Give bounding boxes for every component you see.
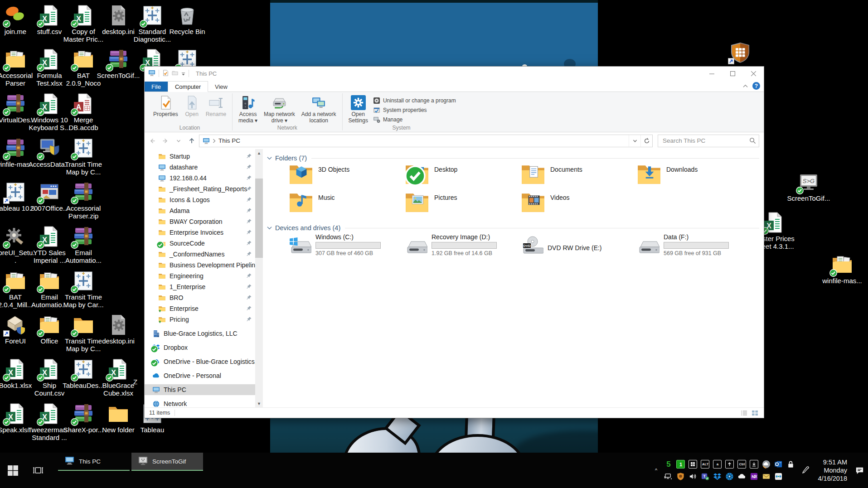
mail-icon[interactable]: [761, 472, 771, 482]
desktop-icon-accessorial-parser-zip[interactable]: Accessorial Parser.zip: [62, 181, 105, 220]
refresh-icon[interactable]: [640, 135, 652, 147]
folders-section-header[interactable]: Folders (7): [267, 155, 759, 162]
manage-button[interactable]: Manage: [373, 115, 456, 124]
sidebar-item-engineering[interactable]: Engineering: [145, 271, 263, 281]
scrollbar-thumb[interactable]: [255, 179, 263, 258]
address-dropdown-icon[interactable]: [629, 135, 640, 147]
drive-tile-windows-c[interactable]: Windows (C:)307 GB free of 460 GB: [289, 233, 405, 262]
recording-counter[interactable]: 5: [663, 459, 674, 469]
folder-tile-downloads[interactable]: Downloads: [637, 164, 753, 192]
onedrive-icon[interactable]: [737, 472, 747, 482]
system-properties-button[interactable]: System properties: [373, 106, 456, 114]
breadcrumb[interactable]: This PC: [202, 137, 244, 145]
desktop-icon-merge-db-accdb[interactable]: AMerge DB.accdb: [62, 93, 105, 131]
task-view-button[interactable]: [25, 453, 51, 488]
weather-cloud-icon[interactable]: [761, 459, 771, 469]
devices-section-header[interactable]: Devices and drives (4): [267, 224, 759, 232]
nav-scrollbar[interactable]: ▲ ▼: [255, 149, 263, 407]
sidebar-item-network[interactable]: Network: [145, 398, 263, 407]
sidebar-item-1-enterprise[interactable]: 1_Enterprise: [145, 281, 263, 292]
download-icon[interactable]: [749, 459, 759, 469]
ctrl-key-icon[interactable]: Ctrl: [737, 459, 747, 469]
sidebar-item-startup[interactable]: Startup: [145, 151, 263, 162]
sidebar-item-dropbox[interactable]: Dropbox: [145, 342, 263, 353]
desktop-icon-recycle-bin[interactable]: Recycle Bin: [165, 5, 209, 35]
qat-customize-icon[interactable]: [181, 70, 185, 77]
alt-key-icon[interactable]: ALT: [700, 459, 710, 469]
open-button[interactable]: Open: [181, 93, 203, 117]
map-network-drive-button[interactable]: Map networkdrive ▾: [261, 93, 298, 124]
desktop-icon-transit-time-map-by-c[interactable]: Transit Time Map by C...: [62, 137, 105, 176]
wheel-app-icon[interactable]: [724, 472, 735, 482]
close-button[interactable]: [743, 67, 764, 80]
sidebar-item-blue-grace-logistics-llc[interactable]: Blue-Grace Logistics, LLC: [145, 328, 263, 339]
help-button[interactable]: ?: [752, 82, 760, 90]
uninstall-program-button[interactable]: Uninstall or change a program: [373, 96, 456, 105]
up-button[interactable]: [186, 135, 198, 147]
open-settings-button[interactable]: OpenSettings: [345, 93, 371, 124]
sidebar-item-business-development-pipeline[interactable]: Business Development Pipeline: [145, 260, 263, 271]
taskbar-clock[interactable]: 9:51 AM Monday 4/16/2018: [818, 458, 847, 483]
sidebar-item-datashare[interactable]: datashare: [145, 162, 263, 173]
teams-icon[interactable]: T: [700, 472, 710, 482]
breadcrumb-segment[interactable]: This PC: [218, 137, 240, 144]
details-view-button[interactable]: [739, 409, 748, 417]
desktop-icon-desktop-ini[interactable]: desktop.ini: [97, 314, 140, 345]
qat-new-folder-icon[interactable]: [172, 70, 178, 77]
dropbox-icon[interactable]: [712, 472, 723, 482]
taskbar-button-this-pc[interactable]: This PC: [58, 453, 130, 471]
outlook-icon[interactable]: [773, 459, 784, 469]
sidebar-item-192-168-0-44[interactable]: 192.168.0.44: [145, 173, 263, 184]
sidebar-item-enterprise-invoices[interactable]: Enterprise Invoices: [145, 227, 263, 238]
address-bar[interactable]: This PC: [199, 135, 653, 147]
desktop-icon-email-automatio[interactable]: Email Automatio...: [62, 226, 105, 264]
sidebar-item-bro[interactable]: BRO: [145, 292, 263, 303]
clipper-icon[interactable]: N: [749, 472, 759, 482]
sidebar-item-pricing[interactable]: Pricing: [145, 314, 263, 325]
tab-view[interactable]: View: [208, 82, 234, 92]
sidebar-item-conformednames[interactable]: _ConformedNames: [145, 249, 263, 260]
search-box[interactable]: [658, 135, 759, 147]
windows-ink-icon[interactable]: [800, 466, 811, 475]
collapse-section-icon[interactable]: [267, 156, 272, 160]
start-button[interactable]: [0, 453, 25, 488]
up-arrow-key-icon[interactable]: [724, 459, 735, 469]
sidebar-item-bway-corporation[interactable]: BWAY Corporation: [145, 216, 263, 227]
scroll-up-icon[interactable]: ▲: [255, 149, 263, 157]
add-network-location-button[interactable]: Add a networklocation: [298, 93, 339, 124]
desktop-icon-screentogif[interactable]: S>GScreenToGif...: [787, 171, 830, 202]
sidebar-item-firesheet-rating-reports[interactable]: _Firesheet_Rating_Reports: [145, 184, 263, 194]
windows-key-icon[interactable]: [688, 459, 698, 469]
volume-icon[interactable]: [688, 472, 698, 482]
hidden-icons-chevron[interactable]: ^: [652, 468, 659, 473]
folder-tile-music[interactable]: Music: [289, 192, 405, 220]
taskbar-button-screentogif[interactable]: ScreenToGif: [131, 453, 203, 471]
qat-properties-icon[interactable]: [162, 70, 169, 77]
sidebar-item-enterprise[interactable]: Enterprise: [145, 303, 263, 314]
sidebar-item-onedrive-personal[interactable]: OneDrive - Personal: [145, 370, 263, 381]
teamviewer-icon[interactable]: [773, 472, 784, 482]
minimize-button[interactable]: [701, 67, 722, 80]
drive-tile-data-f[interactable]: Data (F:)569 GB free of 931 GB: [637, 233, 753, 262]
security-shield-icon[interactable]: [675, 472, 686, 482]
drive-tile-dvd-rw-drive-e[interactable]: DVDDVD RW Drive (E:): [521, 233, 637, 262]
sidebar-item-icons-logos[interactable]: Icons & Logos: [145, 194, 263, 205]
access-media-button[interactable]: Accessmedia ▾: [235, 93, 261, 124]
tab-computer[interactable]: Computer: [168, 81, 208, 92]
back-button[interactable]: [146, 135, 158, 147]
search-icon[interactable]: [749, 137, 756, 144]
folder-tile-pictures[interactable]: Pictures: [405, 192, 521, 220]
scroll-down-icon[interactable]: ▼: [255, 400, 263, 407]
rename-button[interactable]: Rename: [203, 93, 229, 117]
large-icons-view-button[interactable]: [750, 409, 759, 417]
title-bar[interactable]: This PC: [145, 67, 764, 80]
folder-tile-videos[interactable]: Videos: [521, 192, 637, 220]
sidebar-item-this-pc[interactable]: This PC: [145, 384, 263, 395]
desktop-icon-shieldgrid[interactable]: [718, 42, 762, 65]
sidebar-item-sourcecode[interactable]: SourceCode: [145, 238, 263, 249]
counter-1-icon[interactable]: 1: [675, 459, 686, 469]
a-key-icon[interactable]: a: [712, 459, 723, 469]
search-input[interactable]: [662, 137, 749, 145]
recent-locations-icon[interactable]: [173, 135, 184, 147]
folder-tile-documents[interactable]: Documents: [521, 164, 637, 192]
